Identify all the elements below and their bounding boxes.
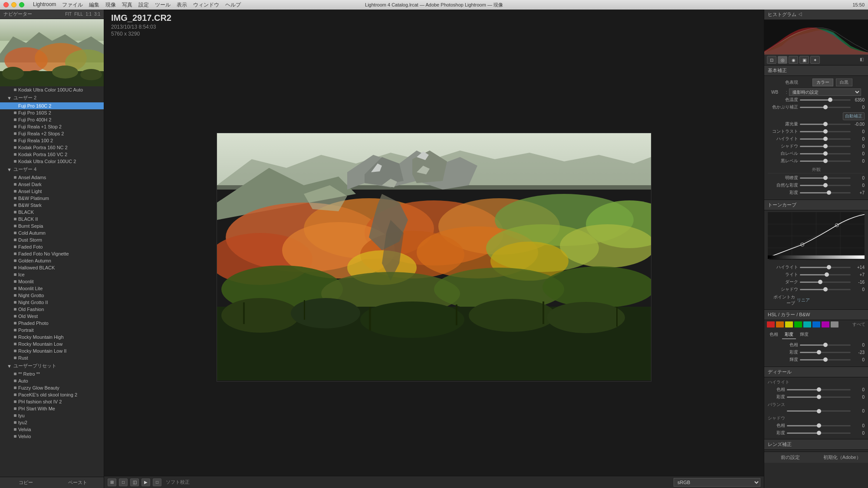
preset-item-kodak-portra160nc[interactable]: Kodak Portra 160 NC 2 bbox=[0, 144, 104, 151]
basic-section-header[interactable]: 基本補正 bbox=[764, 66, 868, 76]
preset-item-auto[interactable]: Auto bbox=[0, 377, 104, 384]
whites-slider[interactable] bbox=[800, 153, 851, 154]
preset-item-black[interactable]: BLACK bbox=[0, 209, 104, 216]
zoom-3-1[interactable]: 3:1 bbox=[94, 12, 100, 16]
preset-item-faded-foto-nv[interactable]: Faded Foto No Vignette bbox=[0, 250, 104, 257]
zoom-fill[interactable]: FILL bbox=[74, 12, 83, 16]
initial-btn[interactable]: 初期化（Adobe） bbox=[816, 452, 868, 463]
flag-btn[interactable]: □ bbox=[153, 478, 161, 486]
window-controls[interactable] bbox=[3, 2, 24, 7]
menu-develop[interactable]: 現像 bbox=[105, 1, 116, 9]
wb-dropdown[interactable]: 撮影時の設定 bbox=[789, 88, 861, 96]
preset-item-moonlit[interactable]: Moonlit bbox=[0, 278, 104, 285]
tone-curve-header[interactable]: トーンカーブ bbox=[764, 200, 868, 210]
spot-removal-tool[interactable]: ◎ bbox=[778, 56, 787, 64]
hsl-hue-slider[interactable] bbox=[800, 344, 851, 346]
tone-curve-area[interactable] bbox=[768, 212, 865, 260]
preset-item-ph-fashion[interactable]: PH fashion shot IV 2 bbox=[0, 398, 104, 405]
zoom-1-1[interactable]: 1:1 bbox=[85, 12, 92, 16]
hsl-sat-slider[interactable] bbox=[800, 352, 851, 353]
preset-item-rust[interactable]: Rust bbox=[0, 354, 104, 361]
color-chip-aqua[interactable] bbox=[803, 321, 811, 328]
menu-window[interactable]: ウィンドウ bbox=[193, 1, 219, 9]
preset-item-dust-storm[interactable]: Dust Storm bbox=[0, 236, 104, 243]
preset-item-fuji-reala2[interactable]: Fuji Reala +2 Stops 2 bbox=[0, 130, 104, 137]
auto-adjust-btn[interactable]: 自動補正 bbox=[843, 112, 865, 120]
close-button[interactable] bbox=[3, 2, 9, 7]
preset-item-black2[interactable]: BLACK II bbox=[0, 216, 104, 223]
preset-item-ansel-light[interactable]: Ansel Light bbox=[0, 188, 104, 195]
tc-shadows-slider[interactable] bbox=[800, 289, 851, 290]
preset-item-old-fashion[interactable]: Old Fashion bbox=[0, 306, 104, 313]
preset-item-bw-stark[interactable]: B&W Stark bbox=[0, 202, 104, 209]
preset-item-portrait[interactable]: Portrait bbox=[0, 327, 104, 334]
preset-group-user2[interactable]: ▼ ユーザー 2 bbox=[0, 93, 104, 102]
compare-view-btn[interactable]: ◫ bbox=[130, 478, 139, 486]
preset-item-moonlit-lite[interactable]: Moonlit Lite bbox=[0, 285, 104, 292]
brightness-section-header[interactable]: ディテール bbox=[764, 367, 868, 377]
preset-item-fuzzy[interactable]: Fuzzy Glow Beauty bbox=[0, 384, 104, 391]
color-chip-yellow[interactable] bbox=[785, 321, 793, 328]
color-chip-green[interactable] bbox=[794, 321, 802, 328]
preset-item-tyu2[interactable]: tyu2 bbox=[0, 419, 104, 426]
preset-item-cold-autumn[interactable]: Cold Autumn bbox=[0, 229, 104, 236]
tc-lights-slider[interactable] bbox=[800, 274, 851, 275]
preset-item-old-west[interactable]: Old West bbox=[0, 313, 104, 320]
exposure-slider[interactable] bbox=[800, 124, 851, 125]
preset-item-kodak-portra160vc[interactable]: Kodak Portra 160 VC 2 bbox=[0, 151, 104, 158]
shad-sat-slider[interactable] bbox=[787, 432, 851, 434]
preset-item-faded-foto[interactable]: Faded Foto bbox=[0, 243, 104, 250]
preset-item-rocky-mountain-low-2[interactable]: Rocky Mountain Low II bbox=[0, 347, 104, 354]
point-curve-btn[interactable]: リニア bbox=[797, 297, 810, 303]
zoom-controls[interactable]: FIT FILL 1:1 3:1 bbox=[65, 12, 100, 16]
preset-item-velvio[interactable]: Velvio bbox=[0, 433, 104, 440]
blacks-slider[interactable] bbox=[800, 160, 851, 162]
clarity-slider[interactable] bbox=[800, 177, 851, 179]
bw-treatment-btn[interactable]: 白黒 bbox=[836, 79, 852, 86]
menu-settings[interactable]: 設定 bbox=[138, 1, 149, 9]
preset-item-fuji-reala1[interactable]: Fuji Reala +1 Stop 2 bbox=[0, 123, 104, 130]
preset-item-golden-autumn[interactable]: Golden Autumn bbox=[0, 257, 104, 264]
color-chip-orange[interactable] bbox=[776, 321, 784, 328]
loupe-view-btn[interactable]: □ bbox=[119, 478, 128, 486]
paste-button[interactable]: ペースト bbox=[52, 477, 104, 488]
preset-item-fuji400h2[interactable]: Fuji Pro 400H 2 bbox=[0, 116, 104, 123]
preset-item-hallowed-black[interactable]: Hallowed BLACK bbox=[0, 264, 104, 271]
crop-tool[interactable]: ⊡ bbox=[767, 56, 776, 64]
preset-item-kodak-auto[interactable]: Kodak Ultra Color 100UC Auto bbox=[0, 86, 104, 93]
preset-item-velvia[interactable]: Velvia bbox=[0, 426, 104, 433]
temp-slider[interactable] bbox=[800, 99, 851, 101]
hsl-lum-slider[interactable] bbox=[800, 359, 851, 360]
preset-item-ansel-adams[interactable]: Ansel Adams bbox=[0, 174, 104, 181]
color-chip-magenta[interactable] bbox=[831, 321, 838, 328]
preset-item-night-grotto-2[interactable]: Night Grotto II bbox=[0, 299, 104, 306]
preset-item-rocky-mountain-low[interactable]: Rocky Mountain Low bbox=[0, 341, 104, 347]
vibrance-slider[interactable] bbox=[800, 185, 851, 186]
grid-view-btn[interactable]: ⊞ bbox=[108, 478, 116, 486]
menu-edit[interactable]: 編集 bbox=[89, 1, 99, 9]
preset-item-phaded-photo[interactable]: Phaded Photo bbox=[0, 320, 104, 327]
balance-slider[interactable] bbox=[787, 410, 851, 412]
profile-dropdown[interactable]: sRGB Adobe RGB bbox=[674, 478, 760, 487]
color-chip-purple[interactable] bbox=[822, 321, 829, 328]
maximize-button[interactable] bbox=[19, 2, 24, 7]
preset-item-ice[interactable]: Ice bbox=[0, 271, 104, 278]
tc-highlight-slider[interactable] bbox=[800, 267, 851, 268]
preset-item-ansel-dark[interactable]: Ansel Dark bbox=[0, 181, 104, 188]
preset-item-rocky-mountain-high[interactable]: Rocky Mountain High bbox=[0, 334, 104, 341]
bri-sat-slider[interactable] bbox=[787, 396, 851, 398]
preset-item-bw-platinum[interactable]: B&W Platinum bbox=[0, 195, 104, 202]
hsl-tab-sat[interactable]: 彩度 bbox=[782, 331, 796, 339]
color-chip-blue[interactable] bbox=[812, 321, 820, 328]
menu-lightroom[interactable]: Lightroom bbox=[33, 1, 56, 9]
color-treatment-btn[interactable]: カラー bbox=[812, 79, 833, 86]
preset-item-packe[interactable]: PaceKE's old skool toning 2 bbox=[0, 391, 104, 398]
histogram-header[interactable]: ヒストグラム ◁ bbox=[764, 10, 868, 20]
highlights-slider[interactable] bbox=[800, 138, 851, 140]
menu-view[interactable]: 表示 bbox=[177, 1, 187, 9]
tint-slider[interactable] bbox=[800, 107, 851, 108]
preset-item-kodak-ultra2[interactable]: Kodak Ultra Color 100UC 2 bbox=[0, 158, 104, 165]
tc-darks-slider[interactable] bbox=[800, 282, 851, 283]
preset-item-fuji-reala100[interactable]: Fuji Reala 100 2 bbox=[0, 137, 104, 144]
contrast-slider[interactable] bbox=[800, 131, 851, 132]
